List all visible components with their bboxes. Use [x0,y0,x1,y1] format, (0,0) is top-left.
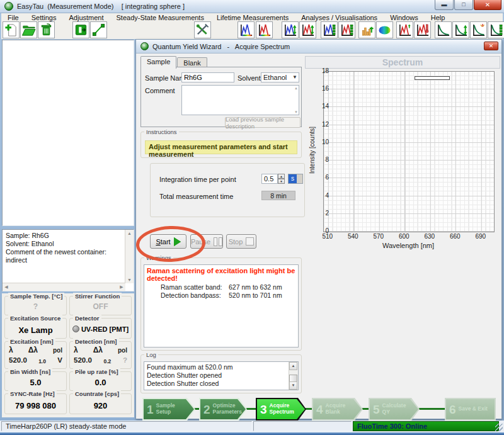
solvent-dropdown[interactable]: Ethanol ▼ [261,72,299,82]
scroll-up-icon[interactable]: ▲ [289,362,297,370]
delete-icon[interactable] [38,21,55,38]
spectrum-red-series-icon[interactable] [338,21,355,38]
spin-down-icon[interactable]: ▼ [278,179,285,184]
tres-contour-icon[interactable] [376,21,393,38]
decay-series-icon[interactable] [488,21,504,38]
wizard-step-calculate-qy[interactable]: 5Calculate QY [369,398,420,421]
spectrum-kinetics-icon[interactable] [396,21,413,38]
x-tick-label: 510 [317,233,338,240]
excitation-source-label: Excitation Source [8,315,62,322]
scroll-down-icon[interactable]: ▼ [289,381,297,390]
integration-time-stepper[interactable]: ▲ ▼ [278,174,285,184]
spectrum-header: Spectrum [305,56,500,69]
log-label: Log [144,351,158,358]
menu-item-help[interactable]: Help [425,14,452,21]
stop-button[interactable]: Stop [226,234,256,249]
decay-scan-icon[interactable] [452,21,469,38]
minimize-button[interactable]: ▬ [435,0,454,10]
instrument-tools-icon[interactable] [194,21,211,38]
wizard-step-acquire-blank[interactable]: 4Acquire Blank [312,398,363,421]
scroll-left-icon[interactable]: ◀ [4,285,9,290]
solvent-value: Ethanol [263,74,287,81]
menu-item-file[interactable]: File [1,14,25,21]
log-lines: Found maximum at 520.0 nmDetection Shutt… [144,362,298,389]
menu-item-lifetime-measurements[interactable]: Lifetime Measurements [210,14,295,21]
sync-rate-group: SYNC-Rate [Hz] 79 998 080 [4,393,67,414]
scroll-right-icon[interactable]: ▶ [119,285,124,290]
resize-grip[interactable] [495,424,503,431]
total-time-value: 8 min [261,191,295,200]
spectrum-blue-series-icon[interactable] [321,21,338,38]
warning-rows: Raman scatter band:627 nm to 632 nmDetec… [144,283,298,299]
sample-info-hscrollbar[interactable]: ◀ ▶ [3,283,125,291]
wizard-step-save-exit[interactable]: 6Save & Exit [445,398,496,421]
warnings-box: Raman scattering of excitation light mig… [144,264,299,347]
scroll-down-icon[interactable]: ▼ [294,110,298,114]
menu-item-settings[interactable]: Settings [25,14,63,21]
countrate-group: Countrate [cps] 920 [69,393,132,414]
adjust-curve-icon[interactable] [90,21,107,38]
spectrum-panel: Spectrum Intensity [counts] Wavelength [… [305,55,501,395]
tab-sample[interactable]: Sample [140,56,176,69]
x-tick-label: 540 [342,233,364,240]
spectrum-blue-icon[interactable] [238,21,255,38]
decay-icon[interactable] [435,21,452,38]
pause-button[interactable]: Pause [190,234,223,249]
wizard-step-sample-setup[interactable]: 1Sample Setup [142,398,195,421]
scroll-up-icon[interactable]: ▲ [294,86,298,90]
y-axis-label: Intensity [counts] [309,78,316,223]
sample-info-vscrollbar[interactable]: ▲ ▼ [125,230,134,283]
sample-tab-panel: Sample Name Solvent Ethanol ▼ Comment ▲ … [140,67,302,127]
open-folder-icon[interactable] [20,21,37,38]
sample-info-lines: Sample: Rh6GSolvent: EthanolComment of t… [3,230,134,266]
log-line: Detection Shutter opened [147,371,295,380]
y-tick-label: 18 [312,67,329,74]
spectrum-temperature-icon[interactable] [414,21,431,38]
time-trace-icon[interactable] [358,21,375,38]
integration-time-input[interactable]: 0.5 [261,174,278,184]
sample-temp-label: Sample Temp. [°C] [8,293,64,300]
stirrer-label: Stirrer Function [73,293,122,300]
wizard-step-optimize-parameters[interactable]: 2Optimize Parameters [199,398,247,421]
sample-name-input[interactable] [181,72,234,82]
warning-row: Raman scatter band:627 nm to 632 nm [144,283,298,291]
step-number: 2 [203,404,210,415]
container-list[interactable] [2,40,134,226]
spectrum-red-scan-icon[interactable] [299,21,316,38]
maximize-button[interactable]: □ [454,0,473,10]
easytau-app: EasyTau (Measurement Mode) [ integrating… [0,0,504,435]
start-button[interactable]: Start [150,234,186,249]
scroll-up-icon[interactable]: ▲ [125,231,134,235]
spectrum-blue-scan-icon[interactable] [282,21,299,38]
integration-time-label: Integration time per point [159,176,236,183]
main-window-title: EasyTau (Measurement Mode) [ integrating… [17,3,185,10]
y-tick-label: 8 [312,156,329,163]
sample-temp-group: Sample Temp. [°C] ? [4,296,67,315]
wizard-close-button[interactable]: ✕ [484,42,498,50]
comment-textarea[interactable]: ▲ ▼ [181,85,299,115]
spectrum-red-icon[interactable] [256,21,273,38]
stirrer-value: OFF [70,302,131,311]
chevron-down-icon[interactable]: ▼ [292,74,297,80]
integration-unit-select[interactable]: s [288,174,303,184]
x-tick-label: 690 [470,233,491,240]
new-file-icon[interactable] [3,21,20,38]
scroll-down-icon[interactable]: ▼ [125,278,134,282]
menu-item-analyses-visualisations[interactable]: Analyses / Visualisations [295,14,384,21]
unit-dropdown-button[interactable] [297,174,302,183]
warning-row-value: 627 nm to 632 nm [229,283,282,291]
export-data-icon[interactable] [72,21,89,38]
decay-anisotropy-icon[interactable] [470,21,487,38]
menu-item-adjustment[interactable]: Adjustment [62,14,110,21]
menu-item-windows[interactable]: Windows [384,14,425,21]
spin-up-icon[interactable]: ▲ [278,174,285,179]
detector-led-icon [72,325,79,332]
log-scrollbar[interactable]: ▲ ▼ [289,362,298,390]
spectrum-plot[interactable] [323,71,495,232]
close-button[interactable]: ✕ [474,0,501,10]
menu-item-steady-state-measurements[interactable]: Steady-State Measurements [110,14,210,21]
load-previous-sample-button[interactable]: Load previous sample description [225,117,301,128]
x-tick-label: 600 [393,233,415,240]
wizard-step-acquire-spectrum[interactable]: 3Acquire Spectrum [256,398,306,421]
wizard-title: Quantum Yield Wizard - Acquire Spectrum [152,43,290,50]
